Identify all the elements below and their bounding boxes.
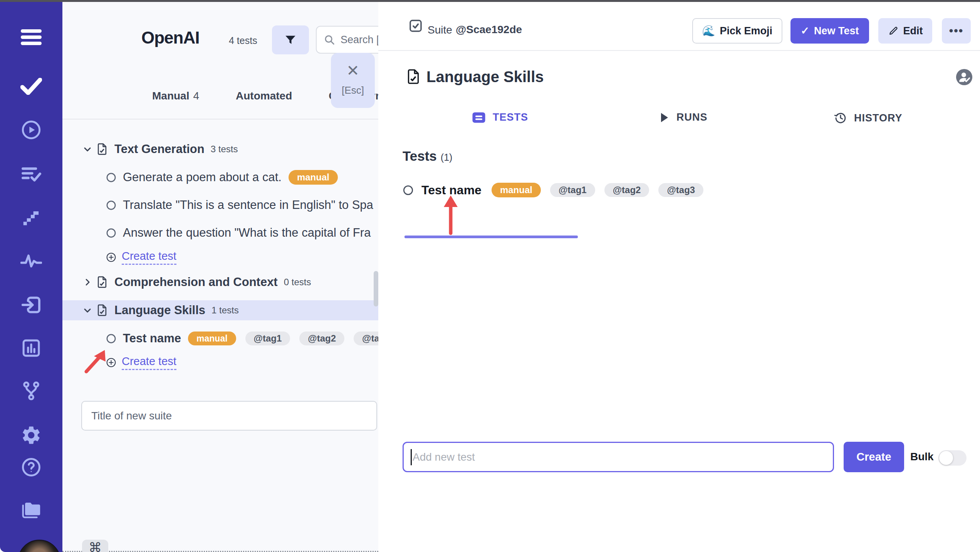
create-test-link-text-generation[interactable]: Create test: [106, 249, 176, 266]
group-row-language-skills[interactable]: Language Skills 1 tests: [62, 300, 378, 320]
circle-status-icon: [106, 200, 116, 210]
circle-status-icon: [403, 185, 414, 196]
tag-badge: @tag3: [354, 332, 378, 345]
circle-status-icon: [106, 333, 116, 344]
create-test-label[interactable]: Create test: [122, 355, 176, 370]
tab-history[interactable]: HISTORY: [834, 111, 903, 125]
doc-check-icon: [96, 276, 108, 289]
wave-emoji-icon: 🌊: [702, 25, 715, 37]
add-test-input[interactable]: [413, 451, 826, 463]
doc-check-icon: [96, 143, 108, 156]
group-name: Text Generation: [114, 142, 205, 156]
chevron-down-icon[interactable]: [82, 144, 94, 155]
org-title: OpenAI: [141, 28, 199, 47]
circle-status-icon: [106, 172, 116, 183]
tab-bar-divider: [62, 119, 378, 119]
more-options-button[interactable]: •••: [942, 18, 971, 44]
plus-circle-icon: [106, 357, 116, 368]
test-row-test-name[interactable]: Test name manual @tag1 @tag2 @tag3: [403, 180, 703, 200]
folders-icon[interactable]: [0, 498, 62, 521]
add-test-inputbox: [403, 442, 834, 472]
group-row-text-generation[interactable]: Text Generation 3 tests: [62, 140, 378, 159]
search-icon: [324, 34, 335, 45]
create-button[interactable]: Create: [844, 442, 904, 472]
test-row-generate-poem[interactable]: Generate a poem about a cat. manual: [62, 168, 378, 187]
tab-manual[interactable]: Manual4: [152, 90, 199, 102]
tests-list-icon: [472, 112, 486, 123]
test-row-test-name[interactable]: Test name manual @tag1 @tag2 @tag3: [62, 329, 378, 348]
group-count: 1 tests: [211, 305, 239, 316]
close-search-popup[interactable]: ✕ [Esc]: [331, 53, 375, 108]
new-suite-input[interactable]: [81, 401, 377, 431]
text-cursor: [411, 449, 412, 465]
command-icon: ⌘: [89, 540, 102, 552]
filter-button[interactable]: [272, 25, 309, 54]
steps-icon[interactable]: [0, 206, 62, 229]
close-icon[interactable]: ✕: [331, 63, 375, 78]
test-row-answer-question[interactable]: Answer the question "What is the capital…: [62, 223, 378, 242]
chevron-down-icon[interactable]: [82, 305, 94, 316]
circle-status-icon: [106, 228, 116, 238]
activity-icon[interactable]: [0, 249, 62, 273]
new-test-button[interactable]: ✓ New Test: [790, 18, 869, 44]
play-icon: [659, 112, 670, 123]
manual-badge: manual: [188, 332, 236, 345]
suite-list-panel: OpenAI 4 tests Manual4 Automated Out of …: [62, 2, 378, 552]
test-row-translate[interactable]: Translate "This is a sentence in English…: [62, 195, 378, 215]
suite-check-icon: [408, 18, 424, 34]
app-window: OpenAI 4 tests Manual4 Automated Out of …: [0, 0, 980, 552]
list-check-icon[interactable]: [0, 163, 62, 186]
command-key-button[interactable]: ⌘: [82, 540, 108, 552]
test-label: Generate a poem about a cat.: [123, 170, 282, 184]
org-test-count: 4 tests: [229, 35, 257, 46]
sign-in-icon[interactable]: [0, 293, 62, 316]
suite-label: Suite: [428, 24, 452, 36]
check-icon[interactable]: [0, 75, 62, 98]
suite-id: @Scae192de: [456, 24, 522, 36]
active-tab-underline: [404, 236, 578, 238]
bar-chart-icon[interactable]: [0, 337, 62, 360]
bulk-toggle[interactable]: [938, 450, 967, 466]
tests-count: (1): [441, 152, 453, 163]
tag-badge: @tag2: [604, 183, 649, 197]
plus-circle-icon: [106, 252, 116, 263]
tag-badge: @tag2: [299, 332, 344, 345]
play-circle-icon[interactable]: [0, 118, 62, 141]
tag-badge: @tag1: [550, 183, 595, 197]
tab-tests[interactable]: TESTS: [472, 111, 528, 123]
pick-emoji-button[interactable]: 🌊 Pick Emoji: [692, 18, 782, 44]
history-clock-icon: [834, 111, 847, 125]
group-name: Language Skills: [114, 303, 205, 317]
group-row-comprehension[interactable]: Comprehension and Context 0 tests: [62, 273, 378, 292]
tab-automated[interactable]: Automated: [236, 90, 292, 102]
git-branch-icon[interactable]: [0, 379, 62, 402]
esc-hint: [Esc]: [331, 84, 375, 96]
suite-title: Language Skills: [426, 68, 544, 86]
tag-badge: @tag1: [245, 332, 290, 345]
test-name: Test name: [421, 183, 482, 197]
create-test-link-language-skills[interactable]: Create test: [106, 354, 176, 371]
create-test-label[interactable]: Create test: [122, 250, 176, 265]
assignee-avatar-icon[interactable]: [955, 68, 973, 86]
tab-manual-count: 4: [193, 90, 199, 102]
gear-icon[interactable]: [0, 424, 62, 447]
test-label: Answer the question "What is the capital…: [123, 226, 371, 240]
sidebar: [0, 2, 62, 552]
group-name: Comprehension and Context: [114, 275, 278, 289]
menu-icon[interactable]: [0, 26, 62, 49]
edit-button[interactable]: Edit: [878, 18, 932, 44]
test-label: Test name: [123, 332, 181, 345]
check-icon: ✓: [800, 25, 809, 37]
tag-badge: @tag3: [658, 183, 703, 197]
suite-detail-panel: Suite @Scae192de 🌊 Pick Emoji ✓ New Test…: [378, 2, 980, 552]
detail-tab-bar: TESTS RUNS HISTORY: [378, 108, 980, 128]
manual-badge: manual: [492, 183, 541, 197]
left-panel-scrollbar[interactable]: [374, 271, 378, 306]
tab-runs[interactable]: RUNS: [659, 111, 708, 123]
bulk-label: Bulk: [910, 451, 934, 463]
chevron-right-icon[interactable]: [82, 277, 94, 288]
help-icon[interactable]: [0, 456, 62, 479]
doc-check-icon: [406, 68, 421, 85]
toggle-knob: [939, 451, 953, 465]
user-avatar[interactable]: [18, 540, 61, 552]
